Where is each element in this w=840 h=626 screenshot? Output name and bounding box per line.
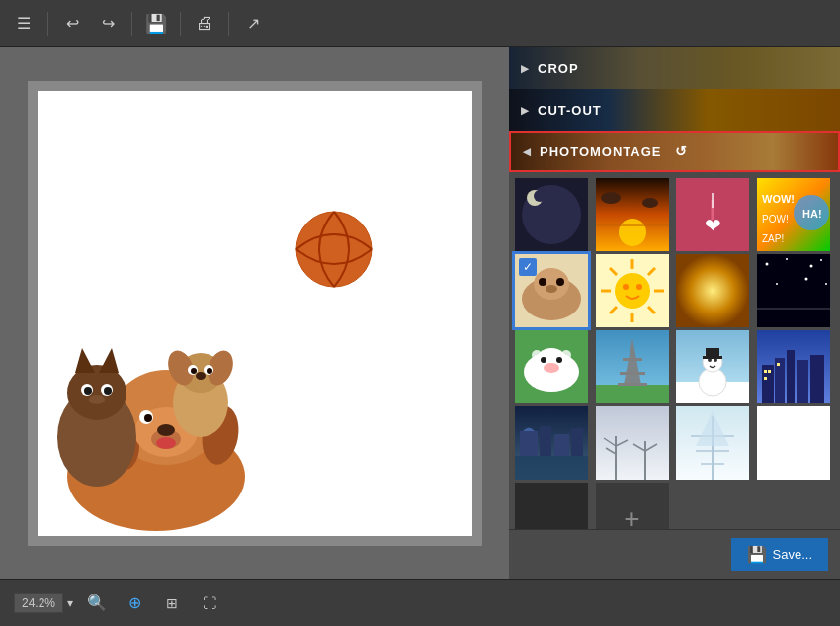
thumbnail-5[interactable]: ✓ xyxy=(515,254,588,327)
save-area: 💾 Save... xyxy=(509,529,840,579)
basketball xyxy=(294,210,374,289)
zoom-dropdown-icon[interactable]: ▾ xyxy=(67,596,73,610)
thumbnail-7[interactable] xyxy=(676,254,749,327)
svg-text:WOW!: WOW! xyxy=(762,193,795,205)
thumb-snow-inner xyxy=(676,330,749,403)
thumbnail-13[interactable] xyxy=(515,406,588,480)
svg-rect-107 xyxy=(810,355,824,403)
thumbnail-12[interactable] xyxy=(757,330,830,403)
zoom-out-button[interactable]: 🔍 xyxy=(83,589,111,617)
svg-rect-108 xyxy=(764,370,767,373)
svg-point-54 xyxy=(534,268,569,300)
svg-point-84 xyxy=(556,357,562,363)
svg-rect-113 xyxy=(515,456,588,480)
svg-point-73 xyxy=(786,258,788,260)
cutout-section-header[interactable]: ▶ CUT-OUT xyxy=(509,89,840,131)
separator-3 xyxy=(180,12,181,36)
thumbnail-15[interactable] xyxy=(676,406,749,480)
svg-text:❤: ❤ xyxy=(705,215,721,236)
svg-text:I: I xyxy=(710,188,715,213)
save-file-button[interactable]: 💾 xyxy=(142,10,170,38)
print-button[interactable]: 🖨 xyxy=(191,10,218,38)
canvas-area xyxy=(0,47,509,579)
fit-view-button[interactable]: ⊞ xyxy=(158,589,186,617)
svg-point-28 xyxy=(207,368,212,374)
svg-rect-118 xyxy=(596,406,669,480)
photomontage-reset-icon[interactable]: ↺ xyxy=(675,143,688,159)
svg-point-20 xyxy=(89,395,105,404)
svg-point-85 xyxy=(544,363,559,373)
svg-point-55 xyxy=(539,278,546,286)
thumb-comic-inner: WOW! POW! ZAP! HA! xyxy=(757,178,830,251)
share-button[interactable]: ↗ xyxy=(239,10,267,38)
thumbnail-2[interactable] xyxy=(596,178,669,251)
zoom-percent: 24.2% xyxy=(22,596,55,610)
svg-point-57 xyxy=(546,285,557,293)
svg-point-38 xyxy=(619,219,646,246)
svg-point-83 xyxy=(541,357,546,363)
thumb-city-inner xyxy=(757,330,830,403)
svg-rect-106 xyxy=(797,360,808,403)
thumb-ice-inner xyxy=(676,406,749,480)
save-label: Save... xyxy=(773,547,812,562)
photomontage-text: PHOTOMONTAGE xyxy=(540,144,661,159)
zoom-value-box[interactable]: 24.2% xyxy=(14,593,63,613)
svg-text:HA!: HA! xyxy=(802,208,822,220)
svg-point-30 xyxy=(196,372,206,380)
thumbnail-11[interactable] xyxy=(676,330,749,403)
zoom-in-button[interactable]: ⊕ xyxy=(121,589,148,617)
main-area: ▶ CROP ▶ CUT-OUT ◀ PHOTOMONTAGE ↺ xyxy=(0,47,840,579)
thumb-night-inner xyxy=(757,254,830,327)
thumbnail-16[interactable] xyxy=(757,406,830,480)
svg-marker-14 xyxy=(75,348,95,373)
cutout-label: ▶ CUT-OUT xyxy=(521,103,602,118)
crop-section-header[interactable]: ▶ CROP xyxy=(509,47,840,89)
redo-button[interactable]: ↪ xyxy=(94,10,122,38)
thumb-cow-inner xyxy=(515,330,588,403)
svg-rect-101 xyxy=(703,356,722,359)
thumbnail-10[interactable] xyxy=(596,330,669,403)
animals-group xyxy=(38,220,275,536)
svg-point-87 xyxy=(561,350,571,360)
svg-rect-93 xyxy=(618,383,647,386)
photomontage-section-header[interactable]: ◀ PHOTOMONTAGE ↺ xyxy=(509,131,840,172)
thumbnail-grid: I ❤ I WOW! POW! ZAP! HA! xyxy=(509,172,840,529)
svg-rect-91 xyxy=(623,358,642,361)
svg-point-78 xyxy=(825,283,827,285)
thumbnail-17[interactable] xyxy=(515,483,588,529)
svg-point-10 xyxy=(156,437,176,449)
thumbnail-1[interactable] xyxy=(515,178,588,251)
svg-point-59 xyxy=(615,273,650,309)
thumbnail-14[interactable] xyxy=(596,406,669,480)
svg-text:ZAP!: ZAP! xyxy=(762,233,784,244)
thumbnail-8[interactable] xyxy=(757,254,830,327)
canvas-wrapper xyxy=(28,81,482,546)
svg-marker-15 xyxy=(99,348,119,373)
separator-2 xyxy=(131,12,132,36)
svg-point-75 xyxy=(820,259,822,261)
thumbnail-3[interactable]: I ❤ I xyxy=(676,178,749,251)
crop-text: CROP xyxy=(538,61,579,76)
menu-button[interactable]: ☰ xyxy=(10,10,38,38)
svg-point-86 xyxy=(532,350,542,360)
thumbnail-6[interactable] xyxy=(596,254,669,327)
cutout-arrow-icon: ▶ xyxy=(521,105,530,116)
svg-point-77 xyxy=(804,278,807,281)
svg-rect-114 xyxy=(520,431,538,456)
fullscreen-button[interactable]: ⛶ xyxy=(196,589,223,617)
toolbar: ☰ ↩ ↪ 💾 🖨 ↗ xyxy=(0,0,840,47)
svg-point-74 xyxy=(809,265,812,268)
crop-label: ▶ CROP xyxy=(521,61,579,76)
save-button[interactable]: 💾 Save... xyxy=(731,538,828,571)
svg-point-56 xyxy=(556,278,564,286)
undo-button[interactable]: ↩ xyxy=(58,10,86,38)
thumb-dark-inner xyxy=(515,483,588,529)
canvas[interactable] xyxy=(38,91,472,536)
svg-point-76 xyxy=(776,283,778,285)
photomontage-label: ◀ PHOTOMONTAGE ↺ xyxy=(523,143,688,159)
thumbnail-4[interactable]: WOW! POW! ZAP! HA! xyxy=(757,178,830,251)
svg-point-40 xyxy=(601,192,621,204)
thumb-venice-inner xyxy=(515,406,588,480)
thumbnail-add[interactable]: + xyxy=(596,483,669,529)
thumbnail-9[interactable] xyxy=(515,330,588,403)
